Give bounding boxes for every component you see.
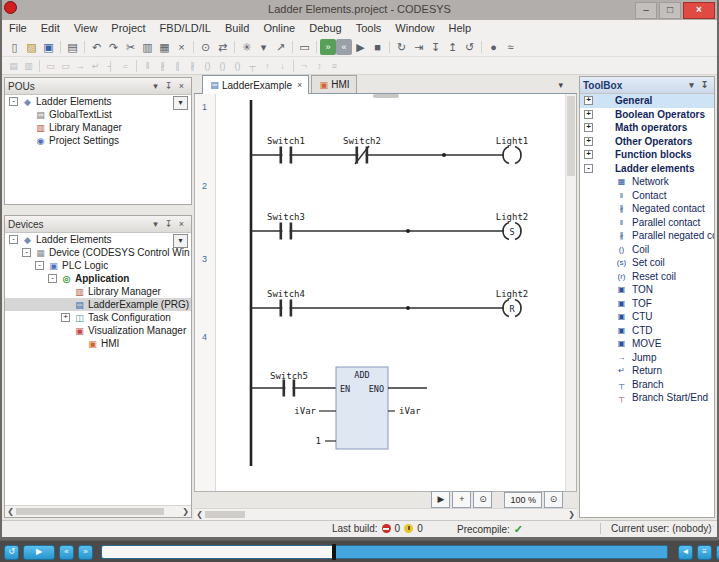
dock-menu-button[interactable]: ▾ (149, 81, 162, 91)
expander-icon[interactable]: + (61, 313, 70, 322)
fb-input-operand[interactable]: 1 (316, 436, 321, 446)
insert-box-with-en-button[interactable]: ▭ (58, 58, 73, 74)
scroll-right-icon[interactable]: ❯ (180, 507, 191, 516)
toolbox-entry[interactable]: + Math operators (580, 121, 714, 135)
logout-button[interactable]: « (336, 39, 352, 55)
toolbox-entry[interactable]: + Boolean Operators (580, 108, 714, 122)
paste-button[interactable]: ▦ (156, 39, 173, 55)
copy-button[interactable]: ▥ (139, 39, 156, 55)
magnifier-tool-button[interactable]: ⊙ (473, 491, 492, 508)
toolbox-entry[interactable]: + Other Operators (580, 135, 714, 149)
menu-item[interactable]: FBD/LD/IL (153, 20, 218, 37)
rung-3[interactable]: Switch4 R Light2 (251, 289, 528, 317)
minimize-button[interactable]: – (635, 2, 657, 19)
negate-button[interactable]: ¬ (297, 58, 312, 74)
tree-item[interactable]: ▣ Visualization Manager (5, 324, 191, 337)
reset-warm-button[interactable]: ↺ (461, 39, 478, 55)
play-button[interactable]: ▶ (23, 545, 55, 560)
tree-item[interactable]: ▣ HMI (5, 337, 191, 350)
login-button[interactable]: » (320, 39, 336, 55)
toolbox-entry[interactable]: → Jump (580, 351, 714, 365)
restart-button[interactable]: ↺ (4, 545, 19, 560)
menu-item[interactable]: Debug (302, 20, 348, 37)
scroll-right-icon[interactable]: ❯ (566, 510, 577, 519)
svg-text:Switch3[interactable]: Switch3 (267, 212, 305, 222)
expander-icon[interactable]: - (35, 261, 44, 270)
select-tool-button[interactable]: ▶ (431, 491, 450, 508)
step-back-button[interactable]: « (59, 545, 74, 560)
insert-parallel-negated-contact-button[interactable]: ∦ (185, 58, 200, 74)
fb-input-operand[interactable]: iVar (294, 406, 316, 416)
find-button[interactable]: ⊙ (197, 39, 214, 55)
add-function-block[interactable]: ADD EN ENO iVar 1 iVar (294, 367, 427, 449)
title-bar[interactable]: Ladder Elements.project - CODESYS –□× (2, 0, 717, 21)
scroll-left-icon[interactable]: ❮ (194, 510, 205, 519)
menu-item[interactable]: Window (388, 20, 441, 37)
tree-item[interactable]: ▤ GlobalTextList (5, 108, 191, 121)
scroll-thumb[interactable] (205, 511, 245, 518)
visualization-screen-button[interactable]: ▭ (296, 39, 313, 55)
toolbox-entry[interactable]: ▣ TON (580, 283, 714, 297)
editor-tab[interactable]: ▣ HMI (311, 75, 356, 93)
save-button[interactable]: ▣ (40, 39, 57, 55)
resize-grip-icon[interactable]: ⋰ (706, 524, 715, 534)
toolbox-entry[interactable]: (r) Reset coil (580, 270, 714, 284)
rung-2[interactable]: Switch3 S Light2 (251, 212, 528, 240)
fb-output-operand[interactable]: iVar (399, 406, 421, 416)
devices-panel-header[interactable]: Devices ▾↧× (5, 216, 191, 233)
menu-item[interactable]: Project (104, 20, 152, 37)
insert-network-button[interactable]: ▤ (6, 58, 21, 74)
auto-hide-pin-button[interactable]: ↧ (162, 81, 175, 91)
toggle-comment-button[interactable]: ≡ (327, 58, 342, 74)
insert-parallel-contact-button[interactable]: ∥ (170, 58, 185, 74)
expander-icon[interactable]: + (584, 110, 593, 119)
insert-jump-button[interactable]: → (73, 58, 88, 74)
expander-icon[interactable]: - (584, 164, 593, 173)
scroll-thumb[interactable] (567, 96, 575, 176)
flow-control-button[interactable]: ≈ (502, 39, 519, 55)
menu-item[interactable]: Edit (34, 20, 67, 37)
maximize-button[interactable]: □ (659, 2, 681, 19)
step-forward-button[interactable]: » (78, 545, 93, 560)
single-cycle-button[interactable]: ↻ (393, 39, 410, 55)
toolbox-entry[interactable]: ▣ CTU (580, 310, 714, 324)
toggle-breakpoint-button[interactable]: ● (485, 39, 502, 55)
toolbox-entry[interactable]: ▣ MOVE (580, 337, 714, 351)
auto-hide-pin-button[interactable]: ↧ (698, 80, 711, 90)
toolbox-entry[interactable]: ┬ Branch (580, 378, 714, 392)
step-over-button[interactable]: ⇥ (410, 39, 427, 55)
expander-icon[interactable]: - (48, 274, 57, 283)
devices-view-dropdown[interactable]: ▾ (173, 234, 188, 248)
tree-item[interactable]: ◉ Project Settings (5, 134, 191, 147)
auto-hide-pin-button[interactable]: ↧ (162, 219, 175, 229)
toolbox-entry[interactable]: () Coil (580, 243, 714, 257)
open-project-button[interactable]: ▨ (23, 39, 40, 55)
add-object-dropdown-button[interactable]: ▾ (255, 39, 272, 55)
menu-item[interactable]: File (2, 20, 34, 37)
svg-text:Light1[interactable]: Light1 (496, 136, 529, 146)
toolbox-entry[interactable]: ▣ CTD (580, 324, 714, 338)
declaration-splitter[interactable] (373, 94, 399, 98)
tree-item[interactable]: - ◆ Ladder Elements (5, 233, 191, 246)
zoom-level[interactable]: 100 % (504, 492, 542, 508)
network-number[interactable]: 3 (202, 254, 207, 264)
contact-switch3[interactable]: Switch3 (267, 212, 305, 240)
zoom-menu-icon[interactable]: ⊙ (544, 491, 563, 508)
dock-menu-button[interactable]: ▾ (149, 219, 162, 229)
insert-return-button[interactable]: ↵ (88, 58, 103, 74)
tab-list-dropdown[interactable]: ▾ (558, 80, 563, 90)
contact-switch4[interactable]: Switch4 (267, 289, 305, 317)
dock-menu-button[interactable]: ▾ (685, 80, 698, 90)
toolbox-entry[interactable]: + General (580, 94, 714, 108)
print-button[interactable]: ▤ (64, 39, 81, 55)
toolbox-entry[interactable]: - Ladder elements (580, 162, 714, 176)
falling-edge-button[interactable]: ↓ (275, 58, 290, 74)
reset-coil-light2[interactable]: R Light2 (496, 289, 529, 317)
step-into-button[interactable]: ↧ (427, 39, 444, 55)
toolbox-entry[interactable]: (s) Set coil (580, 256, 714, 270)
svg-text:Switch1[interactable]: Switch1 (267, 136, 305, 146)
insert-contact-button[interactable]: ‖ (140, 58, 155, 74)
expander-icon[interactable]: - (22, 248, 31, 257)
cut-button[interactable]: ✂ (122, 39, 139, 55)
editor-hscrollbar[interactable]: ❮ ❯ (194, 508, 577, 520)
